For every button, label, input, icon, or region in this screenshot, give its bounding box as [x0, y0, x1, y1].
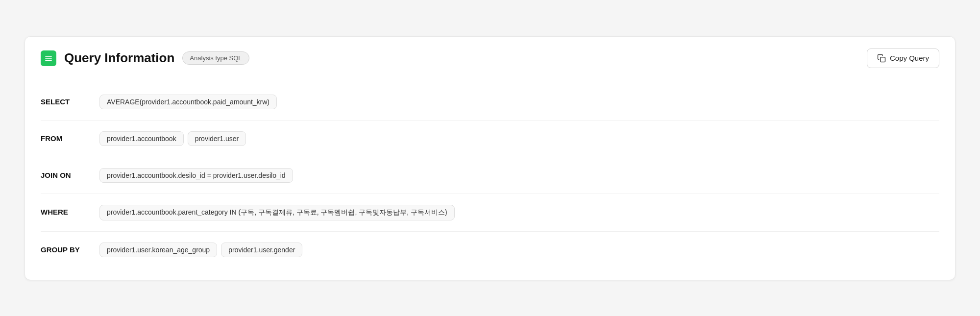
- svg-rect-0: [881, 57, 885, 62]
- query-row-label: GROUP BY: [41, 243, 99, 254]
- page-container: Query Information Analysis type SQL Copy…: [24, 36, 956, 280]
- query-row-label: FROM: [41, 131, 99, 143]
- copy-query-button[interactable]: Copy Query: [867, 49, 939, 68]
- query-row-values: provider1.user.korean_age_groupprovider1…: [99, 243, 302, 257]
- query-row-values: AVERAGE(provider1.accountbook.paid_amoun…: [99, 95, 277, 109]
- query-row: FROMprovider1.accountbookprovider1.user: [41, 120, 939, 157]
- header-left: Query Information Analysis type SQL: [41, 50, 249, 66]
- query-chip: provider1.accountbook.parent_category IN…: [99, 205, 455, 220]
- query-row-label: SELECT: [41, 95, 99, 106]
- page-title: Query Information: [64, 50, 174, 66]
- query-chip: provider1.user.gender: [221, 243, 302, 257]
- copy-icon: [877, 54, 886, 63]
- analysis-type-badge: Analysis type SQL: [182, 51, 249, 65]
- query-row-values: provider1.accountbook.parent_category IN…: [99, 205, 455, 220]
- query-row: SELECTAVERAGE(provider1.accountbook.paid…: [41, 84, 939, 120]
- query-chip: provider1.accountbook: [99, 131, 184, 146]
- query-row: GROUP BYprovider1.user.korean_age_groupp…: [41, 231, 939, 268]
- query-row-label: JOIN ON: [41, 168, 99, 179]
- query-row-values: provider1.accountbook.desilo_id = provid…: [99, 168, 293, 183]
- copy-query-label: Copy Query: [890, 54, 929, 62]
- query-section: SELECTAVERAGE(provider1.accountbook.paid…: [41, 84, 939, 268]
- query-chip: provider1.user: [188, 131, 246, 146]
- query-row-label: WHERE: [41, 205, 99, 216]
- query-chip: provider1.accountbook.desilo_id = provid…: [99, 168, 293, 183]
- query-row: JOIN ONprovider1.accountbook.desilo_id =…: [41, 157, 939, 194]
- logo-icon: [41, 50, 56, 66]
- query-chip: provider1.user.korean_age_group: [99, 243, 217, 257]
- header: Query Information Analysis type SQL Copy…: [41, 49, 939, 68]
- query-chip: AVERAGE(provider1.accountbook.paid_amoun…: [99, 95, 277, 109]
- query-row-values: provider1.accountbookprovider1.user: [99, 131, 246, 146]
- query-row: WHEREprovider1.accountbook.parent_catego…: [41, 194, 939, 231]
